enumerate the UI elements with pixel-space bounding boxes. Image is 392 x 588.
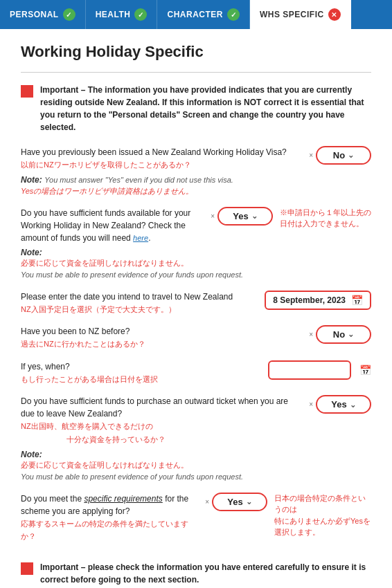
funds-clear[interactable]: × <box>211 212 215 220</box>
travel-date-label-ja: NZ入国予定日を選択（予定で大丈夫です。） <box>21 305 176 313</box>
tab-health-label: HEALTH <box>96 10 131 19</box>
bottom-alert-box: Important – please check the information… <box>21 557 371 588</box>
if-yes-when-label-ja: もし行ったことがある場合は日付を選択 <box>21 375 158 383</box>
nz-visa-note-link: Yesの場合はワーホリビザ申請資格はありません。 <box>21 187 193 195</box>
been-to-nz-arrow: ⌄ <box>348 331 354 338</box>
specific-req-arrow: ⌄ <box>246 499 252 505</box>
top-navigation: PERSONAL ✓ HEALTH ✓ CHARACTER ✓ WHS SPEC… <box>0 0 392 29</box>
been-to-nz-dropdown[interactable]: No ⌄ <box>316 325 371 344</box>
funds-note: Note: 必要に応じて資金を証明しなければなりません。 You must be… <box>21 247 273 281</box>
funds-note-ja: 必要に応じて資金を証明しなければなりません。 <box>21 259 188 267</box>
specific-req-label-en1: Do you meet the <box>21 494 82 504</box>
tab-character-label: CHARACTER <box>167 10 223 19</box>
been-to-nz-clear[interactable]: × <box>309 331 313 338</box>
tab-whs-label: WHS SPECIFIC <box>260 10 324 19</box>
been-to-nz-label-en: Have you been to NZ before? <box>21 327 130 336</box>
title-divider <box>21 72 371 73</box>
specific-req-annotation: 日本の場合特定の条件というのは特にありませんか必ずYesを選択します。 <box>274 494 371 537</box>
been-to-nz-control: × No ⌄ <box>309 325 371 344</box>
outward-ticket-label-en: Do you have sufficient funds to purchase… <box>21 396 288 419</box>
outward-ticket-arrow: ⌄ <box>350 402 356 408</box>
field-if-yes-when: If yes, when? もし行ったことがある場合は日付を選択 📅 <box>21 360 371 386</box>
whs-x-icon: ✕ <box>328 8 341 21</box>
specific-req-dropdown[interactable]: Yes ⌄ <box>212 493 267 511</box>
field-specific-requirements: Do you meet the specific requirements fo… <box>21 493 371 546</box>
tab-whs-specific[interactable]: WHS SPECIFIC ✕ <box>250 0 351 29</box>
funds-note-en: You must be able to present evidence of … <box>21 270 243 279</box>
travel-date-calendar-icon[interactable]: 📅 <box>351 295 363 306</box>
field-been-to-nz: Have you been to NZ before? 過去にNZに行かれたこと… <box>21 325 371 351</box>
page-title: Working Holiday Specific <box>21 43 371 61</box>
funds-label-en: Do you have sufficient funds available f… <box>21 208 190 243</box>
funds-dropdown[interactable]: Yes ⌄ <box>217 207 273 226</box>
nz-visa-dropdown[interactable]: No ⌄ <box>316 146 371 165</box>
travel-date-input[interactable]: 8 September, 2023 📅 <box>265 291 371 310</box>
tab-personal[interactable]: PERSONAL ✓ <box>0 0 86 29</box>
funds-row-with-annotation: Do you have sufficient funds available f… <box>21 207 371 281</box>
outward-ticket-dropdown[interactable]: Yes ⌄ <box>316 395 371 414</box>
character-check-icon: ✓ <box>227 8 240 21</box>
funds-here-link[interactable]: here <box>133 234 148 242</box>
outward-ticket-control: × Yes ⌄ <box>309 395 371 414</box>
funds-arrow: ⌄ <box>251 213 258 219</box>
funds-label-period: . <box>148 233 150 243</box>
tab-health[interactable]: HEALTH ✓ <box>86 0 158 29</box>
bottom-alert-icon <box>21 562 33 575</box>
nz-visa-arrow: ⌄ <box>348 152 354 158</box>
health-check-icon: ✓ <box>134 8 147 21</box>
funds-annotation: ※申請日から１年以上先の日付は入力できません。 <box>280 208 371 228</box>
been-to-nz-label-ja: 過去にNZに行かれたことはあるか？ <box>21 340 145 348</box>
top-alert-box: Important – The information you have pro… <box>21 84 371 134</box>
funds-control: × Yes ⌄ <box>211 207 273 226</box>
top-alert-icon <box>21 85 33 98</box>
nz-visa-label-ja: 以前にNZワーホリビザを取得したことがあるか？ <box>21 160 191 169</box>
specific-req-clear[interactable]: × <box>205 498 209 506</box>
outward-ticket-note-en: You must be able to present evidence of … <box>21 472 243 481</box>
nz-visa-label-en: Have you previously been issued a New Ze… <box>21 147 287 157</box>
nz-visa-clear[interactable]: × <box>309 151 313 159</box>
nz-visa-row: Have you previously been issued a New Ze… <box>21 146 371 172</box>
if-yes-when-date-input[interactable] <box>268 360 351 380</box>
if-yes-when-control: 📅 <box>268 360 371 380</box>
main-content: Working Holiday Specific Important – The… <box>0 29 392 588</box>
specific-req-link[interactable]: specific requirements <box>84 494 162 504</box>
specific-req-control: × Yes ⌄ <box>205 493 267 511</box>
if-yes-when-label-en: If yes, when? <box>21 362 70 371</box>
outward-ticket-clear[interactable]: × <box>309 401 313 408</box>
specific-req-label-ja: 応募するスキームの特定の条件を満たしていますか？ <box>21 520 188 541</box>
travel-date-label-en: Please enter the date you intend to trav… <box>21 292 233 302</box>
field-outward-ticket: Do you have sufficient funds to purchase… <box>21 395 371 482</box>
personal-check-icon: ✓ <box>63 8 75 21</box>
field-nz-visa: Have you previously been issued a New Ze… <box>21 146 371 197</box>
outward-ticket-note-ja: 必要に応じて資金を証明しなければなりません。 <box>21 461 188 469</box>
nz-visa-control: × No ⌄ <box>309 146 371 165</box>
tab-character[interactable]: CHARACTER ✓ <box>157 0 250 29</box>
field-sufficient-funds: Do you have sufficient funds available f… <box>21 207 371 281</box>
nz-visa-note-text: You must answer "Yes" even if you did no… <box>44 176 233 184</box>
outward-ticket-label-ja: NZ出国時、航空券を購入できるだけの 十分な資金を持っているか？ <box>21 422 166 443</box>
bottom-alert-text: Important – please check the information… <box>40 561 371 586</box>
nz-visa-note: Note: You must answer "Yes" even if you … <box>21 174 371 197</box>
travel-date-control: 8 September, 2023 📅 <box>265 291 371 310</box>
tab-personal-label: PERSONAL <box>10 10 59 19</box>
field-travel-date: Please enter the date you intend to trav… <box>21 291 371 316</box>
outward-ticket-note: Note: 必要に応じて資金を証明しなければなりません。 You must be… <box>21 449 371 483</box>
top-alert-text: Important – The information you have pro… <box>40 84 371 134</box>
if-yes-when-calendar-icon[interactable]: 📅 <box>359 365 371 376</box>
